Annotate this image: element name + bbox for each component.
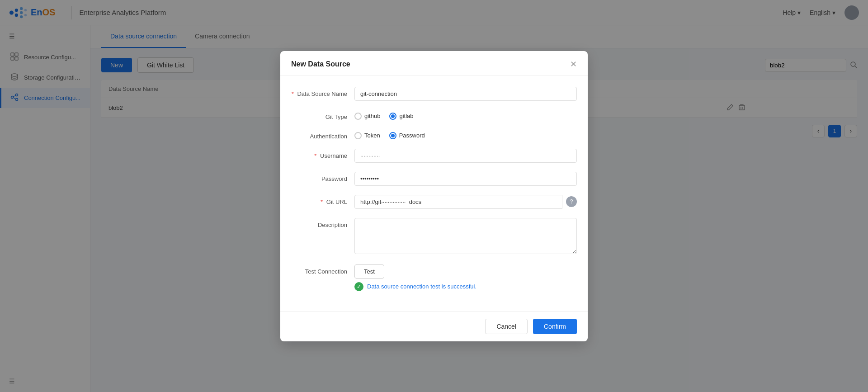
modal-dialog: New Data Source ✕ * Data Source Name [280,51,588,341]
form-row-git-url: * Git URL ? [291,195,577,209]
form-row-authentication: Authentication Token Password [291,129,577,140]
datasource-name-label: * Data Source Name [291,87,354,97]
form-row-username: * Username [291,149,577,163]
authentication-label: Authentication [291,129,354,140]
success-message: ✓ Data source connection test is success… [354,282,577,291]
git-type-gitlab-option[interactable]: gitlab [389,113,413,120]
git-type-radio-group: github gitlab [354,110,577,120]
form-row-description: Description [291,218,577,255]
modal-body: * Data Source Name Git Type [280,76,588,311]
password-label: Password [291,172,354,182]
test-connection-field: Test ✓ Data source connection test is su… [354,264,577,291]
help-circle-icon[interactable]: ? [566,196,577,207]
cancel-button[interactable]: Cancel [485,319,528,334]
app-container: EnOS Enterprise Analytics Platform Help … [0,0,868,392]
form-row-password: Password [291,172,577,186]
git-url-input[interactable] [354,195,562,209]
password-field [354,172,577,186]
username-field [354,149,577,163]
modal-header: New Data Source ✕ [280,51,588,76]
description-textarea[interactable] [354,218,577,254]
auth-password-option[interactable]: Password [389,132,425,139]
git-url-field: ? [354,195,577,209]
form-row-datasource-name: * Data Source Name [291,87,577,101]
password-radio-circle [389,132,396,139]
git-type-github-option[interactable]: github [354,113,380,120]
github-radio-circle [354,113,362,120]
test-button[interactable]: Test [354,264,384,279]
git-type-field: github gitlab [354,110,577,120]
auth-radio-group: Token Password [354,129,577,139]
git-type-label: Git Type [291,110,354,120]
success-check-icon: ✓ [354,282,363,291]
modal-title: New Data Source [291,60,350,68]
modal-footer: Cancel Confirm [280,311,588,341]
confirm-button[interactable]: Confirm [533,319,577,334]
token-radio-circle [354,132,362,139]
gitlab-radio-circle [389,113,396,120]
description-label: Description [291,218,354,228]
modal-overlay: New Data Source ✕ * Data Source Name [0,0,868,392]
password-input[interactable] [354,172,577,186]
form-row-test-connection: Test Connection Test ✓ Data source conne… [291,264,577,291]
description-field [354,218,577,255]
test-connection-label: Test Connection [291,264,354,275]
datasource-name-field [354,87,577,101]
username-input[interactable] [354,149,577,163]
git-url-label: * Git URL [291,195,354,205]
auth-token-option[interactable]: Token [354,132,380,139]
username-label: * Username [291,149,354,159]
datasource-name-input[interactable] [354,87,577,101]
close-icon[interactable]: ✕ [570,60,577,68]
authentication-field: Token Password [354,129,577,139]
form-row-git-type: Git Type github gitlab [291,110,577,120]
